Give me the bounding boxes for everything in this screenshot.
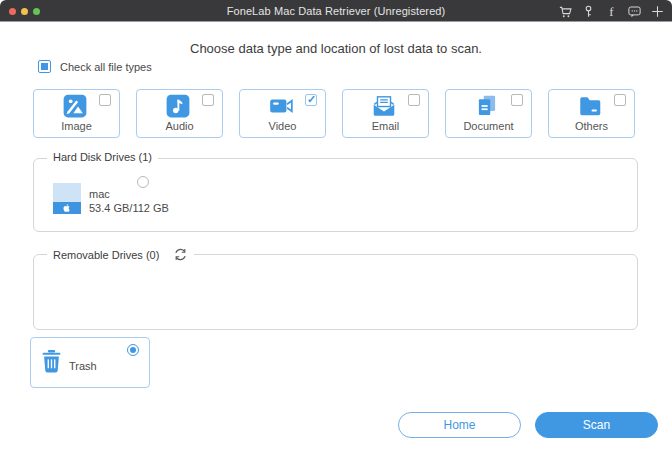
check-all-checkbox[interactable]: [38, 60, 51, 73]
audio-checkbox[interactable]: [202, 94, 214, 106]
drive-name: mac: [89, 187, 169, 201]
email-checkbox[interactable]: [408, 94, 420, 106]
file-type-card-video[interactable]: Video: [239, 89, 326, 138]
file-type-label: Email: [343, 120, 428, 132]
trash-label: Trash: [69, 360, 97, 372]
drive-capacity: 53.4 GB/112 GB: [89, 201, 169, 215]
key-icon[interactable]: [581, 4, 596, 19]
refresh-icon[interactable]: [173, 247, 188, 262]
file-type-cards: Image Audio Video: [33, 89, 635, 138]
file-type-card-others[interactable]: Others: [548, 89, 635, 138]
video-checkbox[interactable]: [305, 94, 317, 106]
minimize-window-button[interactable]: [21, 8, 28, 15]
file-type-card-audio[interactable]: Audio: [136, 89, 223, 138]
cart-icon[interactable]: [558, 4, 573, 19]
others-checkbox[interactable]: [614, 94, 626, 106]
plus-icon[interactable]: [650, 4, 665, 19]
trash-radio[interactable]: [127, 344, 139, 356]
image-icon: [62, 93, 88, 119]
removable-drives-legend: Removable Drives (0): [47, 247, 194, 262]
file-type-card-image[interactable]: Image: [33, 89, 120, 138]
home-button[interactable]: Home: [398, 412, 521, 438]
close-window-button[interactable]: [9, 8, 16, 15]
audio-icon: [165, 93, 191, 119]
file-type-label: Audio: [137, 120, 222, 132]
hard-disk-drives-legend: Hard Disk Drives (1): [47, 151, 158, 163]
hard-disk-drives-section: Hard Disk Drives (1) mac 53.4 GB/112 GB: [33, 158, 638, 232]
scan-button[interactable]: Scan: [535, 412, 658, 438]
titlebar: FoneLab Mac Data Retriever (Unregistered…: [0, 0, 672, 22]
file-type-label: Document: [446, 120, 531, 132]
facebook-glyph: f: [609, 5, 613, 18]
titlebar-toolbar: f: [558, 0, 665, 22]
hard-disk-drives-legend-text: Hard Disk Drives (1): [53, 151, 152, 163]
file-type-label: Video: [240, 120, 325, 132]
drive-info: mac 53.4 GB/112 GB: [89, 187, 169, 215]
image-checkbox[interactable]: [99, 94, 111, 106]
file-type-card-email[interactable]: Email: [342, 89, 429, 138]
mac-drive-icon: [53, 183, 81, 214]
document-checkbox[interactable]: [511, 94, 523, 106]
folder-icon: [577, 93, 603, 119]
zoom-window-button[interactable]: [33, 8, 40, 15]
video-icon: [268, 93, 294, 119]
removable-drives-section: Removable Drives (0): [33, 254, 638, 330]
file-type-label: Image: [34, 120, 119, 132]
check-all-label: Check all file types: [60, 61, 152, 73]
document-icon: [474, 93, 500, 119]
traffic-lights: [9, 0, 40, 22]
check-all-row: Check all file types: [38, 60, 152, 73]
file-type-card-document[interactable]: Document: [445, 89, 532, 138]
removable-drives-legend-text: Removable Drives (0): [53, 249, 159, 261]
facebook-icon[interactable]: f: [604, 4, 619, 19]
trash-card[interactable]: Trash: [30, 337, 150, 388]
page-title: Choose data type and location of lost da…: [0, 41, 672, 56]
trash-icon: [42, 349, 61, 374]
feedback-icon[interactable]: [627, 4, 642, 19]
drive-row-mac[interactable]: mac 53.4 GB/112 GB: [53, 181, 253, 221]
email-icon: [371, 93, 397, 119]
file-type-label: Others: [549, 120, 634, 132]
